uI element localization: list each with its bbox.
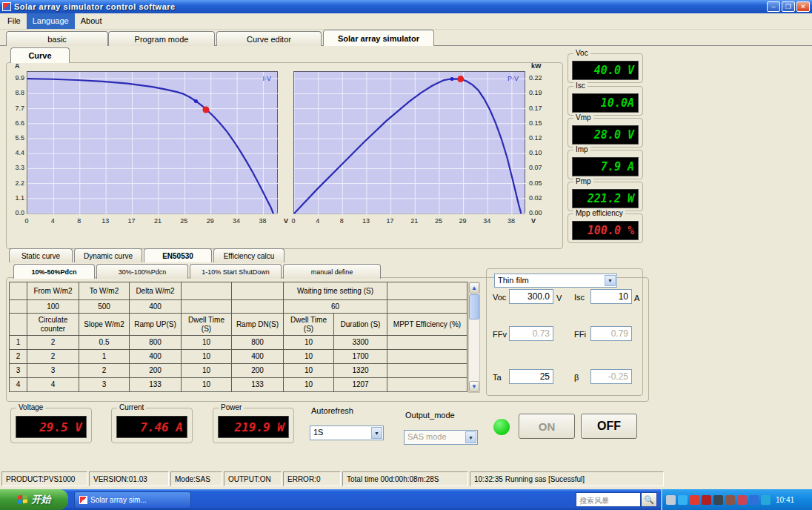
y-tick-label: 0.17 xyxy=(529,105,550,112)
menu-item-about[interactable]: About xyxy=(75,13,108,29)
table-cell[interactable]: 10 xyxy=(284,364,334,378)
module-type-select[interactable]: Thin film ▼ xyxy=(494,274,617,288)
autorefresh-select[interactable]: 1S ▼ xyxy=(310,425,384,440)
scroll-up-icon[interactable]: ▲ xyxy=(469,282,479,294)
tab-10--50-pdcn[interactable]: 10%-50%Pdcn xyxy=(13,264,95,279)
table-cell[interactable]: 400 xyxy=(232,350,284,364)
table-cell[interactable]: 3 xyxy=(27,364,79,378)
table-cell[interactable]: 3300 xyxy=(334,336,387,350)
tab-efficiency-calcu[interactable]: Efficiency calcu xyxy=(213,248,284,262)
table-scrollbar[interactable]: ▲ ▼ xyxy=(468,282,480,393)
tray-icon[interactable] xyxy=(702,495,711,505)
taskbar-app-button[interactable]: Solar array sim... xyxy=(74,491,191,509)
scroll-down-icon[interactable]: ▼ xyxy=(469,381,479,392)
table-cell[interactable]: 4 xyxy=(27,378,79,392)
pmp-groupbox: Pmp221.2 W xyxy=(568,182,643,211)
chevron-down-icon[interactable]: ▼ xyxy=(605,275,616,286)
table-cell[interactable]: 10 xyxy=(182,350,232,364)
tab-dynamic-curve[interactable]: Dynamic curve xyxy=(74,248,142,262)
app-icon xyxy=(79,496,87,504)
minimize-button[interactable]: – xyxy=(767,1,780,12)
off-button[interactable]: OFF xyxy=(581,414,637,439)
table-cell[interactable]: 400 xyxy=(130,300,182,314)
table-cell[interactable]: 10 xyxy=(182,378,232,392)
table-cell[interactable] xyxy=(10,300,27,314)
search-icon[interactable]: 🔍 xyxy=(641,492,657,507)
isc-param-input[interactable]: 10 xyxy=(590,289,632,304)
maximize-button[interactable]: ❐ xyxy=(782,1,795,12)
table-cell[interactable]: 1700 xyxy=(334,350,387,364)
table-cell[interactable]: 133 xyxy=(130,378,182,392)
imp-display: 7.9 A xyxy=(572,157,639,176)
menu-item-language[interactable]: Language xyxy=(27,13,75,29)
table-cell[interactable] xyxy=(387,336,467,350)
tab-manual-define[interactable]: manual define xyxy=(283,264,381,279)
tab-curve[interactable]: Curve xyxy=(10,47,70,63)
table-cell[interactable] xyxy=(387,364,467,378)
table-cell[interactable] xyxy=(182,300,232,314)
table-cell[interactable]: 2 xyxy=(27,350,79,364)
tray-icon[interactable] xyxy=(761,495,771,505)
table-cell[interactable]: 0.5 xyxy=(79,336,130,350)
menu-item-file[interactable]: File xyxy=(1,13,27,29)
tab-en50530[interactable]: EN50530 xyxy=(144,248,212,262)
tray-icon[interactable] xyxy=(725,495,735,505)
start-button[interactable]: 开始 xyxy=(0,489,68,510)
close-button[interactable]: ✕ xyxy=(796,1,810,12)
table-cell[interactable]: 3 xyxy=(79,378,130,392)
tray-icon[interactable] xyxy=(690,495,699,505)
table-cell[interactable] xyxy=(387,300,467,314)
tab-program-mode[interactable]: Program mode xyxy=(108,31,215,46)
tray-icon[interactable] xyxy=(749,495,759,505)
table-cell[interactable]: 400 xyxy=(130,350,182,364)
table-cell[interactable]: 1 xyxy=(79,350,130,364)
table-cell[interactable]: 3 xyxy=(10,364,27,378)
table-cell[interactable]: 10 xyxy=(284,350,334,364)
table-cell[interactable]: 2 xyxy=(79,364,130,378)
table-cell[interactable]: 1 xyxy=(10,336,27,350)
table-cell[interactable]: 60 xyxy=(284,300,387,314)
table-cell[interactable] xyxy=(387,378,467,392)
titlebar[interactable]: Solar array simulator control software –… xyxy=(0,0,812,13)
tray-icon[interactable] xyxy=(666,495,676,505)
table-cell[interactable]: 500 xyxy=(79,300,130,314)
taskbar-search-input[interactable]: 搜索风暴 xyxy=(576,492,641,507)
table-header-row: Circulate counterSlope W/m2Ramp UP(S)Dwe… xyxy=(10,314,467,336)
x-tick-label: 8 xyxy=(335,217,348,225)
ta-input[interactable]: 25 xyxy=(509,369,553,384)
table-cell[interactable]: 200 xyxy=(232,364,284,378)
scroll-thumb[interactable] xyxy=(469,294,479,319)
voc-groupbox: Voc40.0 V xyxy=(568,53,643,83)
tab-1-10-start-shutdown[interactable]: 1-10% Start ShutDown xyxy=(190,264,282,279)
tab-30--100-pdcn[interactable]: 30%-100%Pdcn xyxy=(96,264,188,279)
table-cell[interactable]: 10 xyxy=(182,336,232,350)
table-cell[interactable]: 800 xyxy=(232,336,284,350)
tab-solar-array-simulator[interactable]: Solar array simulator xyxy=(323,30,434,46)
table-cell[interactable]: 1320 xyxy=(334,364,387,378)
table-cell[interactable] xyxy=(387,350,467,364)
tab-basic[interactable]: basic xyxy=(6,31,108,46)
table-cell[interactable]: 2 xyxy=(27,336,79,350)
table-cell[interactable] xyxy=(232,300,284,314)
table-cell[interactable]: 800 xyxy=(130,336,182,350)
table-row: 120.580010800103300 xyxy=(10,336,467,350)
table-cell[interactable]: 4 xyxy=(10,378,27,392)
tray-icon[interactable] xyxy=(737,495,747,505)
tray-icon[interactable] xyxy=(713,495,723,505)
system-tray: 10:41 xyxy=(661,489,812,510)
table-cell[interactable]: 100 xyxy=(27,300,79,314)
table-cell[interactable]: 2 xyxy=(10,350,27,364)
table-cell[interactable]: 10 xyxy=(182,364,232,378)
table-cell[interactable]: 200 xyxy=(130,364,182,378)
en50530-data-grid: From W/m2To W/m2Delta W/m2Waiting time s… xyxy=(9,282,467,392)
on-button[interactable]: ON xyxy=(519,414,575,439)
table-cell[interactable]: 133 xyxy=(232,378,284,392)
chevron-down-icon[interactable]: ▼ xyxy=(371,427,382,439)
tab-curve-editor[interactable]: Curve editor xyxy=(216,31,322,46)
tray-icon[interactable] xyxy=(678,495,688,505)
table-cell[interactable]: 10 xyxy=(284,378,334,392)
table-cell[interactable]: 10 xyxy=(284,336,334,350)
table-cell[interactable]: 1207 xyxy=(334,378,387,392)
voc-param-input[interactable]: 300.0 xyxy=(509,289,553,304)
tab-static-curve[interactable]: Static curve xyxy=(9,248,73,262)
